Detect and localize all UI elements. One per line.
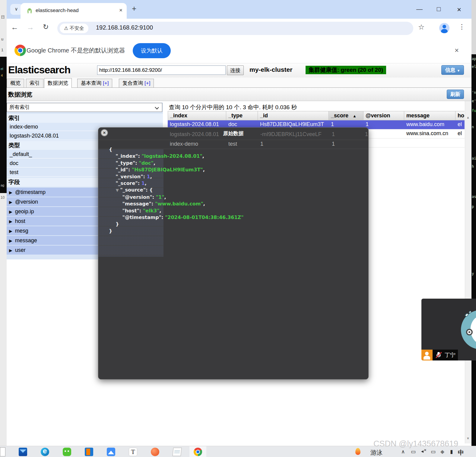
ime-indicator[interactable]: 中: [458, 449, 464, 457]
warning-icon: ⚠: [64, 26, 68, 31]
sidebar-section-indices: 索引: [7, 114, 163, 123]
expand-arrow-icon: ▶: [9, 219, 12, 224]
expand-arrow-icon: ▶: [9, 229, 12, 233]
tab-indices[interactable]: 索引: [26, 79, 43, 88]
background-window-left-edge: 日 u 1 el 4 ag 10: [0, 0, 7, 446]
tab-title: elasticsearch-head: [36, 8, 79, 14]
column-header-score[interactable]: _score▲: [329, 111, 363, 120]
participant-name-bar: 丁宁: [433, 350, 458, 360]
browser-tab[interactable]: elasticsearch-head ×: [21, 3, 127, 19]
info-dropdown-button[interactable]: 信息 ▼: [441, 65, 464, 75]
expand-arrow-icon: ▶: [9, 200, 12, 205]
app-title: Elasticsearch: [8, 64, 70, 76]
collapse-arrow-icon[interactable]: ▼: [109, 188, 120, 192]
volume-muted-icon[interactable]: [421, 449, 428, 454]
cluster-name: my-elk-cluster: [249, 66, 292, 73]
participant-name: 丁宁: [445, 351, 455, 359]
column-header-version[interactable]: @version: [363, 111, 404, 120]
microphone-muted-icon: [436, 352, 442, 358]
expand-arrow-icon: ▶: [9, 248, 12, 253]
orange-swirl-app-icon[interactable]: [151, 448, 159, 456]
raw-data-modal: logstash-2024.08.01 -mI9DJEBRKLj11CveeLF…: [98, 127, 369, 379]
sort-ascending-icon: ▲: [353, 114, 357, 118]
chevron-down-icon: ∨: [15, 6, 18, 11]
column-header-index[interactable]: _index: [168, 111, 226, 120]
default-browser-notification: Google Chrome 不是您的默认浏览器 设为默认 ×: [7, 38, 471, 63]
forward-icon[interactable]: →: [27, 23, 34, 32]
text-editor-app-icon[interactable]: T: [129, 448, 137, 456]
tab-compound-query[interactable]: 复合查询[+]: [119, 79, 154, 88]
notepad-app-icon[interactable]: [173, 448, 182, 456]
browser-tab-strip: ∨ elasticsearch-head × + — □ ×: [7, 0, 471, 19]
window-close-button[interactable]: ×: [457, 5, 461, 14]
watermark: CSDN @ly1435678619: [373, 439, 458, 449]
participant-icon: [421, 350, 433, 360]
cluster-health-badge: 集群健康值: green (20 of 20): [306, 66, 386, 74]
wechat-app-icon[interactable]: [63, 448, 71, 456]
url-text[interactable]: 192.168.168.62:9100: [96, 24, 153, 31]
tray-window-icon[interactable]: ▭: [431, 449, 436, 455]
es-header: Elasticsearch 连接 my-elk-cluster 集群健康值: g…: [7, 63, 471, 78]
select-chevron-icon: [155, 105, 159, 109]
profile-avatar[interactable]: [439, 23, 449, 33]
expand-arrow-icon: ▶: [9, 209, 12, 214]
notification-text: Google Chrome 不是您的默认浏览器: [27, 46, 125, 55]
section-bar: 数据浏览 刷新: [7, 88, 471, 101]
column-header-id[interactable]: _id: [258, 111, 329, 120]
scroll-up-icon[interactable]: ▲: [466, 116, 470, 119]
column-header-message[interactable]: message: [404, 111, 455, 120]
all-indices-select[interactable]: 所有索引: [7, 103, 162, 112]
screen: 日 u 1 el 4 ag 10 ap el 'n e' fu n ai h a…: [0, 0, 476, 457]
column-header-type[interactable]: _type: [226, 111, 258, 120]
query-summary: 查询 10 个分片中用的 10 个. 3 命中. 耗时 0.036 秒: [169, 103, 297, 111]
tab-close-icon[interactable]: ×: [119, 7, 122, 14]
chrome-taskbar-icon[interactable]: [194, 448, 202, 456]
tab-overview[interactable]: 概览: [7, 79, 24, 88]
back-icon[interactable]: ←: [11, 23, 18, 32]
refresh-button[interactable]: 刷新: [447, 90, 464, 99]
bookmark-star-icon[interactable]: ☆: [418, 23, 425, 31]
tray-expand-icon[interactable]: ∧: [401, 449, 405, 455]
modal-title: 原始数据: [98, 130, 368, 137]
scroll-down-icon[interactable]: ▼: [466, 436, 470, 440]
tray-phone-icon[interactable]: ▮: [450, 449, 453, 455]
reload-icon[interactable]: ↻: [43, 23, 49, 31]
video-call-overlay: 丁宁: [421, 299, 476, 360]
address-bar[interactable]: ⚠ 不安全 192.168.168.62:9100: [57, 22, 413, 35]
dropdown-arrow-icon: ▼: [457, 69, 460, 72]
endpoint-input[interactable]: [97, 65, 226, 75]
chrome-logo-icon: [14, 45, 26, 56]
notification-close-icon[interactable]: ×: [455, 46, 459, 55]
connect-button[interactable]: 连接: [227, 65, 244, 75]
expand-arrow-icon: ▶: [9, 238, 12, 243]
window-minimize-button[interactable]: —: [416, 5, 423, 13]
new-tab-button[interactable]: +: [132, 4, 136, 13]
page-title: 数据浏览: [8, 90, 32, 99]
photos-app-icon[interactable]: [107, 448, 115, 456]
kebab-menu-icon[interactable]: ⋮: [459, 23, 465, 31]
es-nav-tabs: 概览 索引 数据浏览 基本查询[+] 复合查询[+]: [7, 78, 471, 88]
tab-data-browser[interactable]: 数据浏览: [44, 78, 72, 88]
tab-basic-query[interactable]: 基本查询[+]: [77, 79, 112, 88]
set-default-button[interactable]: 设为默认: [133, 43, 171, 58]
expand-arrow-icon: ▶: [9, 190, 12, 195]
weather-widget[interactable]: 游泳: [370, 449, 382, 457]
browser-toolbar: ← → ↻ ⚠ 不安全 192.168.168.62:9100 ☆ ⋮: [7, 19, 471, 38]
edge-app-icon[interactable]: [41, 448, 49, 456]
security-chip[interactable]: ⚠ 不安全: [60, 24, 88, 33]
mail-app-icon[interactable]: [19, 448, 27, 456]
tray-network-icon[interactable]: ▭: [411, 449, 416, 455]
office-app-icon[interactable]: [85, 448, 93, 456]
background-window-right-edge: ap el 'n e' fu n ai h as p y: [471, 0, 476, 446]
person-icon: [443, 25, 446, 28]
scrollbar[interactable]: ▲ ▼: [465, 101, 471, 443]
news-flame-icon[interactable]: [355, 448, 360, 455]
tray-shield-icon[interactable]: ◆: [440, 449, 444, 455]
window-maximize-button[interactable]: □: [437, 5, 441, 13]
tab-favicon-icon: [26, 7, 33, 16]
column-header-host[interactable]: host: [455, 111, 465, 120]
raw-json-view: { "_index": "logstash-2024.08.01", "_typ…: [109, 146, 365, 234]
